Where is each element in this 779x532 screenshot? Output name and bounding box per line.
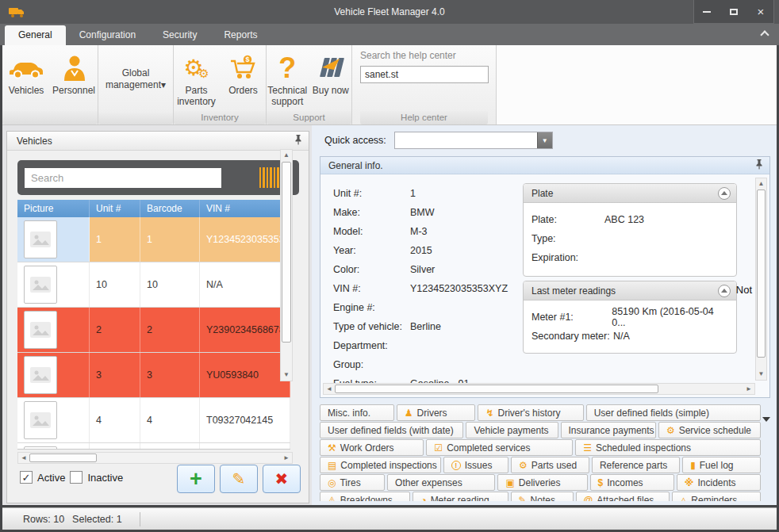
tab-other-expenses[interactable]: Other expenses bbox=[387, 474, 495, 491]
tab-reminders[interactable]: Reminders bbox=[672, 492, 761, 501]
vin-cell[interactable]: Y1234523035353XYZ bbox=[200, 217, 290, 262]
barcode-cell[interactable]: 2 bbox=[140, 308, 200, 352]
tab-completed-services[interactable]: Completed services bbox=[426, 439, 573, 456]
unit-cell[interactable]: 10 bbox=[90, 262, 140, 307]
tab-general[interactable]: General bbox=[5, 25, 66, 45]
collapse-arrow-icon[interactable] bbox=[718, 285, 731, 297]
picture-cell[interactable] bbox=[17, 353, 90, 397]
picture-cell[interactable] bbox=[17, 308, 90, 352]
maximize-button[interactable] bbox=[727, 6, 740, 17]
active-checkbox[interactable] bbox=[20, 471, 33, 484]
picture-cell[interactable] bbox=[17, 443, 90, 450]
table-vertical-scrollbar[interactable]: ▲ ▼ bbox=[280, 149, 293, 381]
detail-horizontal-scrollbar[interactable]: ◄ ► bbox=[323, 383, 755, 395]
delete-vehicle-button[interactable]: ✖ bbox=[263, 465, 301, 493]
tab-breakdowns[interactable]: Breakdowns bbox=[320, 492, 410, 501]
barcode-cell[interactable] bbox=[140, 443, 200, 450]
global-management-button[interactable]: Global management▾ bbox=[98, 45, 173, 113]
detail-vertical-scrollbar[interactable]: ▲ ▼ bbox=[755, 178, 767, 381]
scroll-up-icon[interactable]: ▲ bbox=[756, 178, 766, 189]
scrollbar-thumb[interactable] bbox=[29, 454, 97, 462]
vin-cell[interactable]: YU0593840 bbox=[200, 353, 290, 397]
table-row[interactable]: 10 10 N/A bbox=[17, 262, 290, 308]
scrollbar-thumb[interactable] bbox=[335, 385, 658, 393]
quick-access-select[interactable]: ▼ bbox=[394, 132, 553, 149]
scroll-down-icon[interactable]: ▼ bbox=[756, 369, 766, 380]
vehicles-button[interactable]: Vehicles bbox=[3, 50, 49, 96]
tab-reports[interactable]: Reports bbox=[210, 25, 271, 45]
table-row[interactable]: 3 3 YU0593840 bbox=[17, 353, 290, 398]
tab-user-defined-fields-simple[interactable]: User defined fields (simple) bbox=[586, 404, 761, 421]
tab-drivers[interactable]: Drivers bbox=[397, 404, 476, 421]
more-tabs-chevron-icon[interactable] bbox=[762, 417, 770, 422]
barcode-cell[interactable]: 3 bbox=[140, 353, 200, 397]
orders-button[interactable]: $ Orders bbox=[221, 50, 266, 96]
add-vehicle-button[interactable]: + bbox=[177, 465, 215, 493]
vehicle-search-input[interactable] bbox=[25, 168, 221, 188]
barcode-cell[interactable]: 4 bbox=[140, 398, 200, 442]
scroll-left-icon[interactable]: ◄ bbox=[324, 384, 335, 394]
minimize-button[interactable] bbox=[700, 6, 713, 17]
picture-cell[interactable] bbox=[17, 398, 90, 442]
vin-cell[interactable]: N/A bbox=[200, 262, 290, 307]
table-row[interactable]: 4 4 T09327042145 bbox=[17, 398, 290, 443]
table-row[interactable]: 1 1 Y1234523035353XYZ bbox=[17, 217, 290, 262]
scroll-right-icon[interactable]: ► bbox=[743, 384, 754, 394]
tab-tires[interactable]: Tires bbox=[320, 474, 385, 491]
vin-cell[interactable]: T09327042145 bbox=[200, 398, 290, 442]
tab-reference-parts[interactable]: Reference parts bbox=[592, 457, 680, 473]
column-header-barcode[interactable]: Barcode bbox=[140, 200, 200, 217]
table-row[interactable]: 2 2 Y2390234568678 bbox=[17, 308, 290, 353]
tab-meter-reading[interactable]: Meter reading bbox=[413, 492, 508, 501]
vin-cell[interactable] bbox=[200, 443, 290, 450]
picture-cell[interactable] bbox=[17, 262, 90, 307]
unit-cell[interactable]: 4 bbox=[90, 398, 140, 442]
tab-parts-used[interactable]: Parts used bbox=[511, 457, 589, 473]
scrollbar-thumb[interactable] bbox=[282, 162, 291, 343]
tab-vehicle-payments[interactable]: Vehicle payments bbox=[466, 422, 558, 438]
column-header-unit[interactable]: Unit # bbox=[90, 200, 140, 217]
scroll-right-icon[interactable]: ► bbox=[281, 453, 292, 464]
scrollbar-thumb[interactable] bbox=[757, 189, 766, 358]
tab-scheduled-inspections[interactable]: Scheduled inspections bbox=[575, 439, 761, 456]
barcode-cell[interactable]: 1 bbox=[140, 217, 200, 262]
tab-insurance-payments[interactable]: Insurance payments bbox=[561, 422, 656, 438]
tab-incidents[interactable]: Incidents bbox=[677, 474, 761, 491]
unit-cell[interactable]: 1 bbox=[90, 217, 140, 262]
table-horizontal-scrollbar[interactable]: ◄ ► bbox=[17, 452, 293, 464]
parts-inventory-button[interactable]: ⚙⚙ Parts inventory bbox=[174, 50, 219, 107]
scroll-left-icon[interactable]: ◄ bbox=[18, 453, 29, 464]
tab-drivers-history[interactable]: Driver's history bbox=[478, 404, 583, 421]
unit-cell[interactable] bbox=[90, 443, 140, 450]
scroll-up-icon[interactable]: ▲ bbox=[281, 150, 292, 161]
scroll-down-icon[interactable]: ▼ bbox=[281, 369, 292, 381]
inactive-checkbox[interactable] bbox=[70, 471, 83, 484]
technical-support-button[interactable]: ? Technical support bbox=[267, 50, 309, 107]
help-search-input[interactable] bbox=[360, 66, 489, 83]
personnel-button[interactable]: Personnel bbox=[51, 50, 97, 96]
unit-cell[interactable]: 2 bbox=[90, 308, 140, 352]
tab-attached-files[interactable]: Attached files bbox=[576, 492, 670, 501]
tab-fuel-log[interactable]: Fuel log bbox=[682, 457, 761, 473]
column-header-vin[interactable]: VIN # bbox=[200, 200, 290, 217]
tab-configuration[interactable]: Configuration bbox=[66, 25, 149, 45]
tab-incomes[interactable]: Incomes bbox=[590, 474, 674, 491]
buy-now-button[interactable]: Buy now bbox=[310, 50, 352, 96]
column-header-picture[interactable]: Picture bbox=[17, 200, 90, 217]
picture-cell[interactable] bbox=[17, 217, 90, 262]
vin-cell[interactable]: Y2390234568678 bbox=[200, 308, 290, 352]
tab-security[interactable]: Security bbox=[149, 25, 210, 45]
pin-icon[interactable] bbox=[755, 159, 763, 172]
tab-issues[interactable]: !Issues bbox=[443, 457, 508, 473]
tab-service-schedule[interactable]: Service schedule bbox=[658, 422, 761, 438]
tab-user-defined-fields-with-date[interactable]: User defined fields (with date) bbox=[320, 422, 463, 438]
tab-notes[interactable]: Notes bbox=[511, 492, 574, 501]
table-row[interactable] bbox=[17, 443, 290, 450]
tab-deliveries[interactable]: Deliveries bbox=[497, 474, 587, 491]
tab-work-orders[interactable]: Work Orders bbox=[320, 439, 424, 456]
edit-vehicle-button[interactable]: ✎ bbox=[220, 465, 258, 493]
unit-cell[interactable]: 3 bbox=[90, 353, 140, 397]
close-button[interactable]: × bbox=[754, 6, 767, 17]
tab-misc-info[interactable]: Misc. info. bbox=[320, 404, 394, 421]
collapse-arrow-icon[interactable] bbox=[718, 187, 731, 200]
